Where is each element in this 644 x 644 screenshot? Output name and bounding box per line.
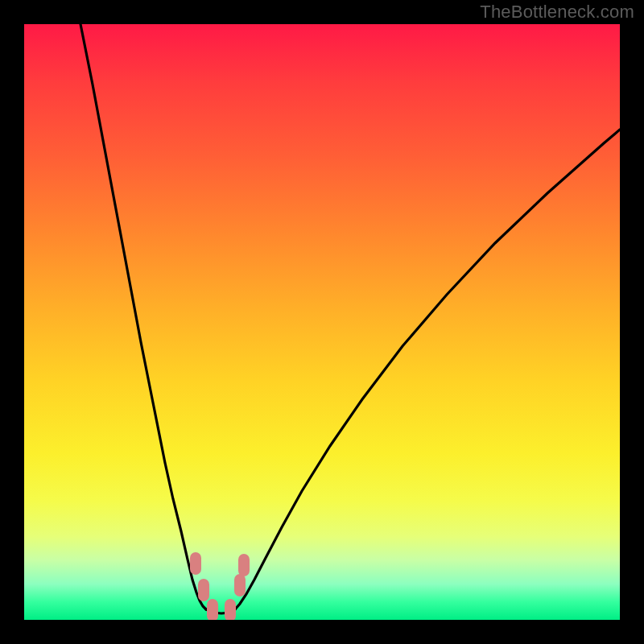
marker-left-upper (190, 552, 201, 575)
marker-bottom-right (225, 599, 236, 620)
curve-layer (24, 24, 620, 620)
plot-area (24, 24, 620, 620)
chart-container: TheBottleneck.com (0, 0, 644, 644)
marker-bottom-left (207, 599, 218, 620)
marker-right-upper (238, 554, 250, 576)
curve-right (235, 130, 620, 609)
watermark-text: TheBottleneck.com (480, 2, 634, 23)
marker-right-lower (234, 574, 246, 597)
curve-left (80, 24, 206, 609)
marker-left-lower (198, 579, 209, 601)
